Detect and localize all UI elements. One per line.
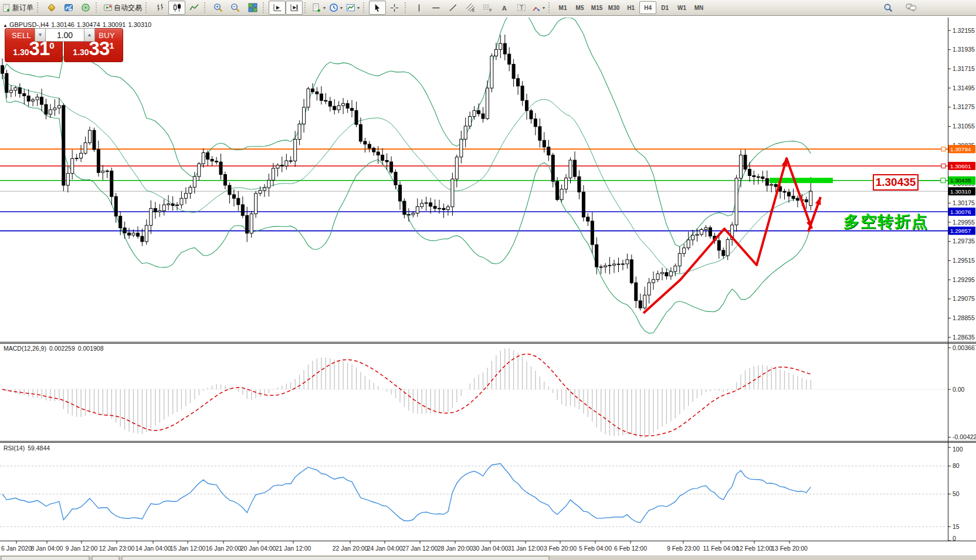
text-label-button[interactable]: T <box>513 1 530 15</box>
crosshair-button[interactable] <box>386 1 403 15</box>
gold-button[interactable] <box>43 1 60 15</box>
svg-text:T: T <box>520 4 524 11</box>
svg-text:5 Feb 04:00: 5 Feb 04:00 <box>579 545 612 552</box>
chart-line-button[interactable] <box>185 1 202 15</box>
clock-icon <box>329 3 338 12</box>
svg-text:9 Feb 23:00: 9 Feb 23:00 <box>667 545 700 552</box>
new-order-button[interactable]: 新订单 <box>1 1 35 15</box>
autotrade-button[interactable]: 自动交易 <box>101 1 144 15</box>
svg-text:3 Feb 20:00: 3 Feb 20:00 <box>544 545 577 552</box>
chat-button[interactable] <box>903 1 920 15</box>
svg-text:1.29075: 1.29075 <box>953 295 975 302</box>
volume-input[interactable] <box>46 28 84 42</box>
svg-text:1.29295: 1.29295 <box>953 276 975 283</box>
charts-cloud-button[interactable] <box>60 1 77 15</box>
volume-decrease-button[interactable]: ▼ <box>35 28 46 42</box>
svg-text:A: A <box>502 4 507 11</box>
svg-text:1.31275: 1.31275 <box>953 103 975 110</box>
svg-text:9 Jan 12:00: 9 Jan 12:00 <box>66 545 98 552</box>
trendline-icon <box>449 4 458 12</box>
vertical-line-button[interactable] <box>411 1 428 15</box>
svg-text:11 Feb 04:00: 11 Feb 04:00 <box>703 545 738 552</box>
turning-point-annotation[interactable]: 多空转折点 <box>843 211 928 232</box>
chart-shift-button[interactable] <box>286 1 303 15</box>
svg-text:1.31495: 1.31495 <box>953 84 975 91</box>
tile-windows-button[interactable] <box>244 1 261 15</box>
timeframe-m5[interactable]: M5 <box>571 1 588 14</box>
cursor-icon <box>373 4 382 12</box>
autoscroll-button[interactable] <box>269 1 286 15</box>
zoom-in-button[interactable] <box>210 1 227 15</box>
macd-main-value: 0.002259 <box>49 345 75 352</box>
chart-canvas[interactable]: 1.321551.319351.317151.314951.312751.310… <box>0 16 976 560</box>
svg-text:-0.00422: -0.00422 <box>953 433 976 440</box>
svg-text:20 Jan 04:00: 20 Jan 04:00 <box>240 545 276 552</box>
svg-text:1.31055: 1.31055 <box>953 123 975 130</box>
periods-button[interactable]: ▾ <box>327 1 344 15</box>
svg-text:12 Jan 23:00: 12 Jan 23:00 <box>99 545 135 552</box>
timeframe-h1[interactable]: H1 <box>622 1 639 14</box>
cursor-button[interactable] <box>369 1 386 15</box>
toolbar-separator <box>548 2 552 13</box>
zoom-out-button[interactable] <box>227 1 244 15</box>
one-click-trading-panel: SELL 1.30310 BUY 1.30331 ▼ ▲ <box>5 27 123 63</box>
svg-text:1.30175: 1.30175 <box>953 199 975 206</box>
chart-line-icon <box>189 3 199 12</box>
svg-text:1.30794: 1.30794 <box>950 146 971 152</box>
toolbar-separator <box>363 2 367 13</box>
timeframe-w1[interactable]: W1 <box>673 1 690 14</box>
search-button[interactable] <box>880 1 897 15</box>
toolbar-separator <box>96 2 99 13</box>
new-order-label: 新订单 <box>12 3 33 13</box>
fibonacci-button[interactable]: F <box>479 1 496 15</box>
timeframe-d1[interactable]: D1 <box>656 1 673 14</box>
chart-candles-button[interactable] <box>168 1 185 15</box>
fibonacci-icon: F <box>483 3 492 12</box>
toolbar-separator <box>204 2 208 13</box>
horizontal-line-button[interactable] <box>428 1 445 15</box>
toolbar-separator <box>263 2 266 13</box>
template-icon <box>346 3 355 12</box>
horizontal-line-icon <box>432 4 440 12</box>
svg-text:0: 0 <box>953 535 956 542</box>
chart-area[interactable]: 1.321551.319351.317151.314951.312751.310… <box>0 16 976 560</box>
signal-button[interactable] <box>77 1 94 15</box>
svg-text:1.30310: 1.30310 <box>950 188 971 195</box>
svg-text:1.29857: 1.29857 <box>950 228 971 234</box>
timeframe-m30[interactable]: M30 <box>605 1 622 14</box>
svg-text:16 Jan 20:00: 16 Jan 20:00 <box>206 545 242 552</box>
timeframe-group: M1M5M15M30H1H4D1W1MN <box>554 1 707 14</box>
trendline-button[interactable] <box>445 1 462 15</box>
price-flag-annotation[interactable]: 1.30435 <box>873 174 919 191</box>
volume-increase-button[interactable]: ▲ <box>84 28 95 42</box>
chart-shift-icon <box>290 3 299 12</box>
svg-text:8 Jan 04:00: 8 Jan 04:00 <box>31 545 63 552</box>
mt4-window: 新订单 自动交易 <box>0 0 976 560</box>
volume-stepper: ▼ ▲ <box>35 28 95 42</box>
bottom-window-strip <box>0 555 976 560</box>
equidistant-channel-button[interactable]: E <box>462 1 479 15</box>
macd-name: MACD(12,26,9) <box>4 345 46 352</box>
svg-text:24 Jan 04:00: 24 Jan 04:00 <box>367 545 403 552</box>
svg-text:0.003667: 0.003667 <box>953 344 976 351</box>
timeframe-h4[interactable]: H4 <box>639 1 656 14</box>
svg-text:1.30076: 1.30076 <box>950 209 971 215</box>
timeframe-mn[interactable]: MN <box>690 1 707 14</box>
sell-label: SELL <box>12 31 31 40</box>
svg-text:22 Jan 20:00: 22 Jan 20:00 <box>333 545 368 552</box>
chart-bars-button[interactable] <box>151 1 168 15</box>
chevron-down-icon: ▾ <box>357 5 360 11</box>
toolbar-separator <box>37 2 40 13</box>
crosshair-icon <box>390 4 399 12</box>
svg-text:21 Jan 12:00: 21 Jan 12:00 <box>276 545 311 552</box>
text-button[interactable]: A <box>496 1 513 15</box>
templates-button[interactable]: ▾ <box>344 1 361 15</box>
arrows-button[interactable]: ▾ <box>530 1 547 15</box>
svg-text:F: F <box>489 8 492 12</box>
svg-text:0.00: 0.00 <box>953 386 965 393</box>
timeframe-m1[interactable]: M1 <box>554 1 571 14</box>
new-chart-button[interactable]: ▾ <box>310 1 327 15</box>
svg-text:28 Jan 20:00: 28 Jan 20:00 <box>438 545 473 552</box>
chat-icon <box>906 3 917 12</box>
timeframe-m15[interactable]: M15 <box>588 1 605 14</box>
